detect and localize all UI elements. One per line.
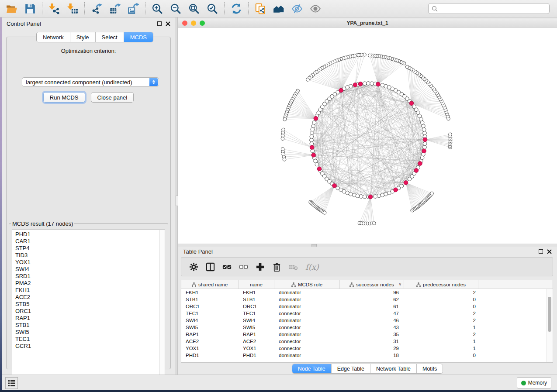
- table-row[interactable]: FKH1FKH1dominator962: [181, 289, 553, 296]
- network-node[interactable]: [381, 193, 384, 197]
- table-settings-button[interactable]: [189, 262, 198, 272]
- save-session-button[interactable]: [23, 2, 38, 16]
- close-panel-button[interactable]: Close panel: [91, 92, 134, 103]
- list-item[interactable]: ACE2: [12, 294, 159, 301]
- satellite-node[interactable]: [283, 158, 286, 161]
- network-window-titlebar[interactable]: YPA_prune.txt_1: [178, 19, 557, 28]
- table-row[interactable]: SWI4SWI4dominator462: [181, 317, 553, 324]
- tab-mcds[interactable]: MCDS: [124, 32, 153, 42]
- list-item[interactable]: ORC1: [12, 308, 159, 315]
- search-input[interactable]: [440, 5, 546, 12]
- list-item[interactable]: TID3: [12, 252, 159, 259]
- network-node[interactable]: [311, 127, 315, 131]
- satellite-node[interactable]: [306, 78, 310, 82]
- chevron-down-icon[interactable]: ∨: [398, 282, 401, 286]
- table-row[interactable]: TEC1TEC1connector472: [181, 310, 553, 317]
- network-node[interactable]: [377, 194, 381, 198]
- network-node[interactable]: [352, 193, 356, 197]
- function-builder-button[interactable]: f(x): [305, 262, 319, 272]
- mcds-node[interactable]: [358, 82, 363, 86]
- tab-select[interactable]: Select: [95, 32, 124, 42]
- list-item[interactable]: RAP1: [12, 315, 159, 322]
- network-node[interactable]: [420, 156, 424, 160]
- network-node[interactable]: [359, 195, 363, 199]
- list-item[interactable]: SRD1: [12, 273, 159, 280]
- network-node[interactable]: [384, 84, 388, 88]
- table-row[interactable]: ACE2ACE2connector311: [181, 338, 553, 345]
- mcds-node[interactable]: [418, 162, 422, 166]
- mcds-node[interactable]: [310, 145, 314, 150]
- network-canvas-svg[interactable]: [178, 28, 557, 244]
- satellite-node[interactable]: [372, 222, 376, 225]
- network-node[interactable]: [312, 121, 316, 125]
- network-node[interactable]: [423, 145, 427, 149]
- mcds-node[interactable]: [409, 101, 414, 106]
- network-node[interactable]: [310, 138, 314, 142]
- tab-network-table[interactable]: Network Table: [370, 364, 416, 373]
- mcds-node[interactable]: [353, 83, 357, 87]
- select-all-columns-button[interactable]: [222, 262, 232, 272]
- table-row[interactable]: PHD1PHD1dominator180: [181, 352, 553, 359]
- maximize-window-traffic-light[interactable]: [200, 21, 205, 26]
- network-node[interactable]: [356, 194, 360, 198]
- horizontal-splitter[interactable]: [178, 244, 557, 247]
- network-node[interactable]: [422, 124, 426, 128]
- column-header[interactable]: MCDS role: [274, 280, 340, 289]
- list-item[interactable]: STP4: [12, 245, 159, 252]
- network-node[interactable]: [310, 131, 314, 135]
- network-node[interactable]: [363, 82, 367, 86]
- network-node[interactable]: [310, 142, 314, 146]
- list-item[interactable]: PMA2: [12, 280, 159, 287]
- list-item[interactable]: TEC1: [12, 336, 159, 343]
- table-row[interactable]: STB1STB1dominator620: [181, 296, 553, 303]
- column-header[interactable]: predecessor nodes: [404, 280, 478, 289]
- satellite-node[interactable]: [449, 133, 452, 136]
- search-box[interactable]: [428, 3, 550, 14]
- export-table-button[interactable]: [107, 2, 122, 16]
- float-panel-icon[interactable]: [157, 21, 162, 26]
- scrollbar-thumb[interactable]: [548, 297, 551, 332]
- show-all-button[interactable]: [308, 2, 323, 16]
- tab-style[interactable]: Style: [70, 32, 95, 42]
- satellite-node[interactable]: [357, 53, 360, 57]
- list-item[interactable]: SWI5: [12, 329, 159, 336]
- network-node[interactable]: [311, 124, 315, 128]
- mcds-node[interactable]: [311, 153, 316, 158]
- memory-button[interactable]: Memory: [517, 377, 551, 389]
- mcds-node[interactable]: [368, 195, 373, 199]
- optimization-criterion-select[interactable]: largest connected component (undirected): [22, 77, 159, 87]
- column-header[interactable]: successor nodes∨: [340, 280, 404, 289]
- clone-network-button[interactable]: [253, 2, 268, 16]
- delete-table-button[interactable]: [289, 262, 298, 272]
- refresh-view-button[interactable]: [229, 2, 244, 16]
- network-node[interactable]: [423, 142, 427, 146]
- hide-selected-button[interactable]: [290, 2, 304, 16]
- table-vertical-scrollbar[interactable]: [547, 289, 552, 362]
- zoom-fit-button[interactable]: [187, 2, 201, 16]
- tab-node-table[interactable]: Node Table: [292, 364, 331, 373]
- network-node[interactable]: [349, 192, 353, 196]
- satellite-node[interactable]: [430, 192, 434, 195]
- network-node[interactable]: [367, 82, 370, 86]
- network-node[interactable]: [423, 131, 427, 135]
- list-item[interactable]: SWI4: [12, 266, 159, 273]
- table-row[interactable]: ORC1ORC1dominator610: [181, 303, 553, 310]
- mcds-result-list[interactable]: PHD1CAR1STP4TID3YOX1SWI4SRD1PMA2FKH1ACE2…: [12, 231, 159, 378]
- tab-edge-table[interactable]: Edge Table: [331, 364, 370, 373]
- satellite-node[interactable]: [368, 54, 372, 57]
- export-image-button[interactable]: [126, 2, 141, 16]
- list-item[interactable]: YOX1: [12, 259, 159, 266]
- result-list-scrollbar[interactable]: [159, 230, 165, 378]
- network-node[interactable]: [412, 105, 416, 109]
- network-node[interactable]: [315, 162, 319, 166]
- network-node[interactable]: [400, 184, 404, 188]
- satellite-node[interactable]: [323, 211, 326, 214]
- delete-column-button[interactable]: [272, 262, 281, 272]
- unselect-all-columns-button[interactable]: [239, 262, 248, 272]
- run-mcds-button[interactable]: Run MCDS: [43, 92, 85, 103]
- list-item[interactable]: CAR1: [12, 238, 159, 245]
- list-item[interactable]: STB5: [12, 301, 159, 308]
- table-row[interactable]: RAP1RAP1dominator352: [181, 331, 553, 338]
- mcds-node[interactable]: [314, 117, 318, 121]
- network-node[interactable]: [310, 135, 314, 139]
